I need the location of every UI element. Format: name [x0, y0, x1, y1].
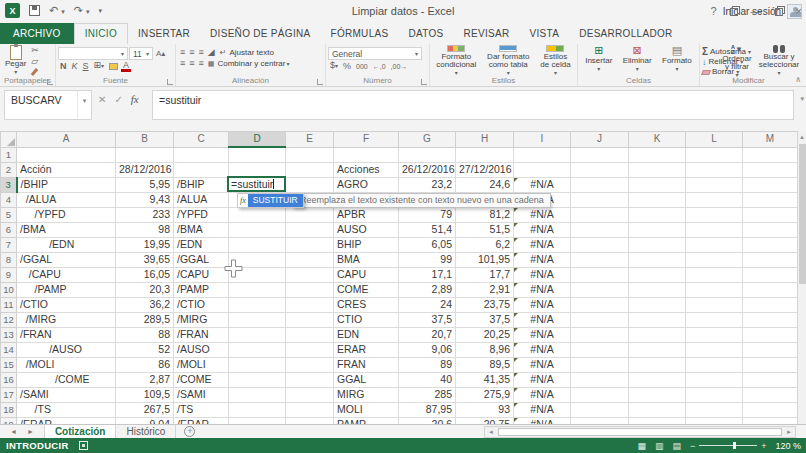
cell-K18[interactable]: [629, 402, 686, 417]
number-format-select[interactable]: General▾: [328, 47, 422, 60]
cell-L9[interactable]: [686, 267, 743, 282]
cell-G15[interactable]: 89: [399, 357, 456, 372]
dialog-launcher-icon[interactable]: [167, 79, 173, 85]
cell-G6[interactable]: 51,4: [399, 222, 456, 237]
dialog-launcher-icon[interactable]: [47, 79, 53, 85]
cell-C10[interactable]: /PAMP: [174, 282, 229, 297]
cell-D1[interactable]: [229, 147, 286, 162]
cell-L2[interactable]: [686, 162, 743, 177]
cell-G9[interactable]: 17,1: [399, 267, 456, 282]
cell-K14[interactable]: [629, 342, 686, 357]
cell-F12[interactable]: CTIO: [334, 312, 399, 327]
cell-B5[interactable]: 233: [116, 207, 174, 222]
cell-I13[interactable]: #N/A: [514, 327, 571, 342]
comma-style-icon[interactable]: 000: [354, 61, 370, 72]
sheet-tab-hist-rico[interactable]: Histórico: [116, 425, 176, 438]
cell-A10[interactable]: /PAMP: [17, 282, 116, 297]
cell-F6[interactable]: AUSO: [334, 222, 399, 237]
cell-I3[interactable]: #N/A: [514, 177, 571, 192]
formula-autocomplete[interactable]: fx SUSTITUIR: [237, 193, 304, 208]
cell-D7[interactable]: [229, 237, 286, 252]
grow-font-icon[interactable]: A▴: [154, 48, 167, 59]
cell-A16[interactable]: /COME: [17, 372, 116, 387]
cell-C12[interactable]: /MIRG: [174, 312, 229, 327]
cell-A5[interactable]: /YPFD: [17, 207, 116, 222]
cell-K17[interactable]: [629, 387, 686, 402]
cell-M2[interactable]: [743, 162, 798, 177]
cell-B11[interactable]: 36,2: [116, 297, 174, 312]
cell-F2[interactable]: Acciones: [334, 162, 399, 177]
new-sheet-icon[interactable]: +: [184, 426, 195, 437]
cell-G3[interactable]: 23,2: [399, 177, 456, 192]
autocomplete-item-sustituir[interactable]: SUSTITUIR: [248, 194, 303, 207]
cell-F18[interactable]: MOLI: [334, 402, 399, 417]
cell-C9[interactable]: /CAPU: [174, 267, 229, 282]
horizontal-scrollbar[interactable]: ◄ ►: [484, 426, 796, 438]
zoom-slider[interactable]: − +: [690, 441, 767, 451]
currency-icon[interactable]: $▾: [328, 60, 340, 72]
cell-K10[interactable]: [629, 282, 686, 297]
cell-E10[interactable]: [286, 282, 334, 297]
align-middle-icon[interactable]: ≡: [187, 47, 195, 58]
tab-revisar[interactable]: REVISAR: [453, 24, 519, 44]
cell-B16[interactable]: 2,87: [116, 372, 174, 387]
cell-A12[interactable]: /MIRG: [17, 312, 116, 327]
cell-F15[interactable]: FRAN: [334, 357, 399, 372]
cell-G14[interactable]: 9,06: [399, 342, 456, 357]
cell-A13[interactable]: /FRAN: [17, 327, 116, 342]
cell-B7[interactable]: 19,95: [116, 237, 174, 252]
cell-C5[interactable]: /YPFD: [174, 207, 229, 222]
cell-D19[interactable]: [229, 417, 286, 424]
cell-F10[interactable]: COME: [334, 282, 399, 297]
cell-B1[interactable]: [116, 147, 174, 162]
cell-B3[interactable]: 5,95: [116, 177, 174, 192]
cell-F5[interactable]: APBR: [334, 207, 399, 222]
underline-button[interactable]: S: [81, 61, 91, 72]
cell-E9[interactable]: [286, 267, 334, 282]
cell-K16[interactable]: [629, 372, 686, 387]
minimize-icon[interactable]: —: [751, 5, 762, 17]
cell-E16[interactable]: [286, 372, 334, 387]
cell-L6[interactable]: [686, 222, 743, 237]
cell-C2[interactable]: [174, 162, 229, 177]
cell-C7[interactable]: /EDN: [174, 237, 229, 252]
cell-D17[interactable]: [229, 387, 286, 402]
increase-decimal-icon[interactable]: ←,0: [371, 61, 388, 72]
zoom-out-icon[interactable]: −: [690, 441, 695, 451]
cell-J10[interactable]: [571, 282, 629, 297]
cell-M4[interactable]: [743, 192, 798, 207]
cell-M16[interactable]: [743, 372, 798, 387]
find-select-button[interactable]: Buscar y seleccionar▾: [756, 45, 802, 75]
cell-D14[interactable]: [229, 342, 286, 357]
cell-C8[interactable]: /GGAL: [174, 252, 229, 267]
cell-G17[interactable]: 285: [399, 387, 456, 402]
cell-M11[interactable]: [743, 297, 798, 312]
cell-B13[interactable]: 88: [116, 327, 174, 342]
cell-I18[interactable]: #N/A: [514, 402, 571, 417]
restore-icon[interactable]: [775, 8, 783, 16]
align-right-icon[interactable]: ≡: [197, 58, 205, 69]
cell-L18[interactable]: [686, 402, 743, 417]
cell-A15[interactable]: /MOLI: [17, 357, 116, 372]
cell-C1[interactable]: [174, 147, 229, 162]
zoom-level[interactable]: 120 %: [775, 441, 801, 451]
wrap-text-icon[interactable]: ↵: [218, 47, 229, 58]
cell-L5[interactable]: [686, 207, 743, 222]
cell-C17[interactable]: /SAMI: [174, 387, 229, 402]
row-header-15[interactable]: 15: [1, 357, 17, 372]
cell-C13[interactable]: /FRAN: [174, 327, 229, 342]
column-header-I[interactable]: I: [514, 132, 571, 148]
vertical-scroll-thumb[interactable]: [799, 144, 806, 284]
cell-C4[interactable]: /ALUA: [174, 192, 229, 207]
row-header-8[interactable]: 8: [1, 252, 17, 267]
cell-E15[interactable]: [286, 357, 334, 372]
cell-B10[interactable]: 20,3: [116, 282, 174, 297]
cell-E1[interactable]: [286, 147, 334, 162]
row-header-13[interactable]: 13: [1, 327, 17, 342]
cell-C11[interactable]: /CTIO: [174, 297, 229, 312]
cell-K3[interactable]: [629, 177, 686, 192]
cell-F9[interactable]: CAPU: [334, 267, 399, 282]
cell-L7[interactable]: [686, 237, 743, 252]
cell-H8[interactable]: 101,95: [456, 252, 514, 267]
undo-icon[interactable]: ↶ ▾: [49, 5, 65, 17]
